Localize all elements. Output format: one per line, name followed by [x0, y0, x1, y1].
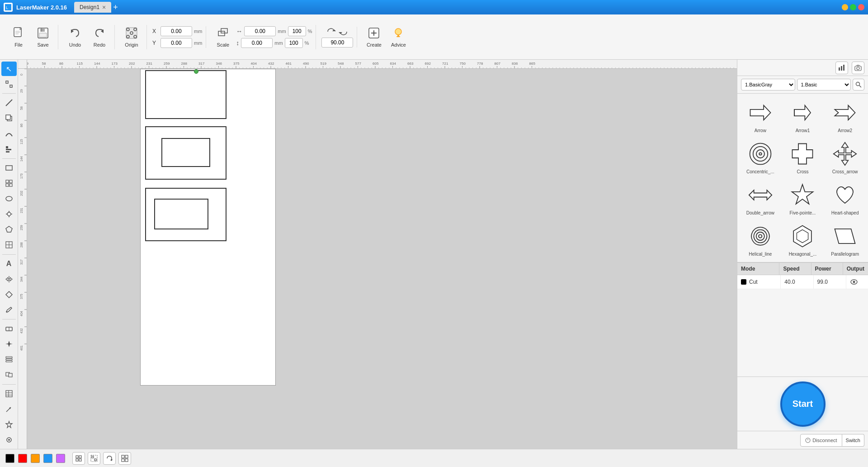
tool-layermgr[interactable]: [1, 367, 17, 382]
color-black[interactable]: [5, 454, 14, 463]
svg-point-42: [7, 212, 11, 216]
h-pct-input[interactable]: [285, 38, 303, 48]
x-input[interactable]: [160, 26, 192, 36]
shape-1-outer[interactable]: [145, 70, 226, 119]
advice-button[interactable]: Advice: [387, 25, 410, 49]
tool-select[interactable]: ↖: [1, 62, 17, 76]
maximize-button[interactable]: [850, 4, 856, 10]
shape-cross[interactable]: Cross: [783, 138, 822, 176]
start-button[interactable]: Start: [780, 381, 826, 427]
color-orange[interactable]: [31, 454, 40, 463]
h-input[interactable]: [241, 38, 273, 48]
y-input[interactable]: [160, 38, 192, 48]
svg-rect-75: [843, 65, 844, 71]
cross-shape-icon: [789, 140, 816, 167]
tool-arrow2[interactable]: [1, 402, 17, 416]
shape-arrow[interactable]: Arrow: [741, 97, 780, 135]
tool-grid[interactable]: [1, 176, 17, 191]
camera-button[interactable]: [852, 62, 864, 74]
tool-diamond[interactable]: [1, 287, 17, 302]
helical-shape-icon: [747, 223, 774, 250]
create-button[interactable]: Create: [363, 25, 385, 49]
svg-rect-59: [6, 357, 12, 358]
tool-ellipse[interactable]: [1, 191, 17, 206]
design-tab[interactable]: Design1 ×: [74, 2, 111, 13]
tool-eraser[interactable]: [1, 321, 17, 336]
advice-label: Advice: [391, 42, 406, 48]
undo-button[interactable]: Undo: [64, 25, 86, 49]
minimize-button[interactable]: [842, 4, 848, 10]
close-button[interactable]: [858, 4, 864, 10]
concentric-shape-label: Concentric_...: [746, 169, 774, 174]
tool-colorpick[interactable]: [1, 337, 17, 351]
close-tab-button[interactable]: ×: [102, 4, 106, 11]
shape-helical[interactable]: Helical_line: [741, 221, 780, 258]
arrow1-shape-icon: [789, 99, 816, 126]
tool-layers[interactable]: [1, 352, 17, 367]
tool-line[interactable]: [1, 95, 17, 110]
grid-settings-button[interactable]: [118, 452, 131, 465]
shape-arrow1[interactable]: Arrow1: [783, 97, 822, 135]
redo-icon: [93, 27, 106, 41]
scale-button[interactable]: Scale: [212, 25, 234, 49]
tool-snap[interactable]: [1, 207, 17, 221]
tool-polygon[interactable]: [1, 222, 17, 237]
w-input[interactable]: [244, 26, 276, 36]
vertical-ruler: [18, 69, 27, 449]
helical-shape-label: Helical_line: [749, 252, 772, 257]
redo-button[interactable]: Redo: [88, 25, 111, 49]
tool-node[interactable]: [1, 77, 17, 91]
shape-concentric[interactable]: Concentric_...: [741, 138, 780, 176]
group-button[interactable]: [88, 452, 100, 465]
output-cell[interactable]: [846, 275, 868, 289]
color-red[interactable]: [18, 454, 27, 463]
category-select[interactable]: 1.BasicGray: [741, 79, 795, 91]
tool-connect[interactable]: [1, 433, 17, 447]
shape-double-arrow[interactable]: Double_arrow: [741, 180, 780, 217]
w-pct-input[interactable]: [288, 26, 306, 36]
svg-rect-36: [6, 166, 12, 170]
shape-cross-arrow[interactable]: Cross_arrow: [826, 138, 864, 176]
shape-arrow2[interactable]: Arrow2: [826, 97, 864, 135]
shape-search-button[interactable]: [853, 79, 864, 91]
svg-marker-21: [339, 32, 342, 34]
shape-parallelogram[interactable]: Parallelogram: [826, 221, 864, 258]
tool-copy[interactable]: [1, 111, 17, 125]
rotate-input[interactable]: [321, 38, 353, 48]
file-button[interactable]: File: [7, 25, 30, 49]
canvas-area[interactable]: [18, 60, 737, 449]
shape-hexagonal[interactable]: Hexagonal_...: [783, 221, 822, 258]
svg-point-41: [6, 196, 12, 201]
tool-star[interactable]: [1, 417, 17, 432]
disconnect-button[interactable]: Disconnect: [800, 434, 842, 447]
svg-line-30: [6, 100, 12, 106]
workspace[interactable]: [27, 69, 737, 449]
tool-rect[interactable]: [1, 161, 17, 175]
color-blue[interactable]: [43, 454, 52, 463]
tool-curve[interactable]: [1, 127, 17, 141]
svg-point-87: [759, 152, 761, 155]
svg-rect-101: [76, 459, 78, 461]
type-select[interactable]: 1.Basic: [797, 79, 851, 91]
disconnect-area: Disconnect Switch: [737, 431, 868, 449]
color-purple[interactable]: [56, 454, 65, 463]
shapes-grid: Arrow Arrow1: [737, 94, 868, 262]
align-distribute-button[interactable]: [72, 452, 85, 465]
switch-button[interactable]: Switch: [842, 434, 864, 447]
tool-align[interactable]: [1, 142, 17, 157]
tool-grid2[interactable]: [1, 238, 17, 252]
save-button[interactable]: Save: [32, 25, 54, 49]
tool-mirror[interactable]: [1, 272, 17, 286]
shape-five-points[interactable]: Five-pointe...: [783, 180, 822, 217]
tool-edit[interactable]: [1, 303, 17, 317]
add-tab-button[interactable]: +: [113, 3, 118, 12]
shape-heart[interactable]: Heart-shaped: [826, 180, 864, 217]
rotate-reset-button[interactable]: [103, 452, 116, 465]
tool-text[interactable]: A: [1, 257, 17, 271]
chart-button[interactable]: [835, 62, 848, 74]
laser-params: Mode Speed Power Output Cut 40.0 99.0: [737, 262, 868, 289]
origin-button[interactable]: Origin: [120, 25, 143, 49]
params-row-1[interactable]: Cut 40.0 99.0: [737, 275, 868, 289]
tool-table[interactable]: [1, 386, 17, 401]
svg-rect-110: [125, 459, 128, 462]
